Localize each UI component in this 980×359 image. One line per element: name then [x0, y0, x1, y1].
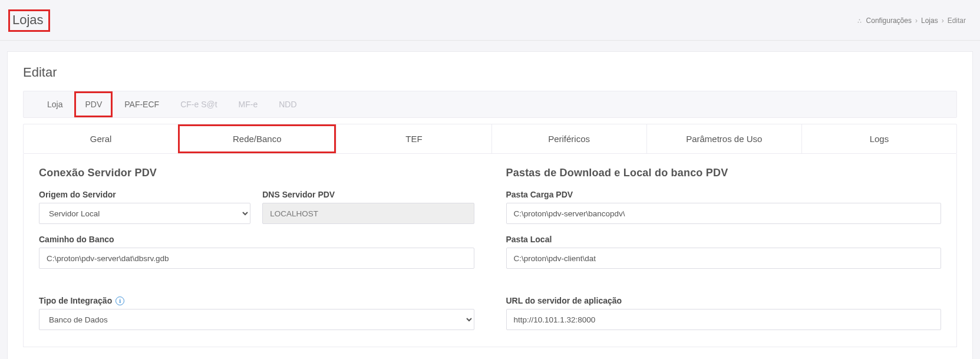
chevron-right-icon: › [942, 17, 944, 25]
page-title: Lojas [8, 9, 50, 32]
input-pasta-carga[interactable] [506, 203, 942, 224]
tab-mfe[interactable]: MF-e [228, 91, 269, 117]
tab-cfesat[interactable]: CF-e S@t [170, 91, 227, 117]
label-pasta-local: Pasta Local [506, 235, 942, 244]
label-tipo-integracao: Tipo de Integração i [39, 296, 474, 305]
input-dns-servidor[interactable] [262, 203, 474, 224]
breadcrumb-lojas[interactable]: Lojas [921, 17, 938, 25]
breadcrumb-leaf: Editar [948, 17, 966, 25]
subtab-perifericos[interactable]: Periféricos [491, 124, 646, 153]
input-url-servidor[interactable] [506, 309, 942, 330]
primary-tabs: Loja PDV PAF-ECF CF-e S@t MF-e NDD [23, 91, 957, 118]
tab-ndd[interactable]: NDD [268, 91, 307, 117]
form-content: Conexão Servidor PDV Origem do Servidor … [23, 154, 957, 347]
label-dns-servidor: DNS Servidor PDV [262, 190, 474, 199]
subtab-geral[interactable]: Geral [24, 124, 178, 153]
section-conexao: Conexão Servidor PDV [39, 167, 474, 179]
tab-loja[interactable]: Loja [37, 91, 73, 117]
subtab-parametros[interactable]: Parâmetros de Uso [646, 124, 801, 153]
tab-pafecf[interactable]: PAF-ECF [114, 91, 170, 117]
input-caminho-banco[interactable] [39, 248, 474, 269]
breadcrumb: ⛬ Configurações › Lojas › Editar [856, 17, 966, 25]
label-origem-servidor: Origem do Servidor [39, 190, 250, 199]
secondary-tabs: Geral Rede/Banco TEF Periféricos Parâmet… [23, 124, 957, 154]
label-url-servidor: URL do servidor de aplicação [506, 296, 942, 305]
subtab-logs[interactable]: Logs [801, 124, 956, 153]
card-title: Editar [23, 65, 957, 80]
breadcrumb-root[interactable]: Configurações [866, 17, 912, 25]
left-column: Conexão Servidor PDV Origem do Servidor … [39, 167, 474, 330]
section-pastas: Pastas de Download e Local do banco PDV [506, 167, 942, 179]
subtab-tef[interactable]: TEF [336, 124, 491, 153]
right-column: Pastas de Download e Local do banco PDV … [506, 167, 942, 330]
subtab-rede-banco[interactable]: Rede/Banco [178, 124, 336, 153]
tab-pdv[interactable]: PDV [74, 91, 113, 117]
info-icon[interactable]: i [116, 297, 124, 305]
label-caminho-banco: Caminho do Banco [39, 235, 474, 244]
chevron-right-icon: › [915, 17, 918, 25]
select-tipo-integracao[interactable]: Banco de Dados [39, 309, 474, 330]
select-origem-servidor[interactable]: Servidor Local [39, 203, 250, 224]
label-pasta-carga: Pasta Carga PDV [506, 190, 942, 199]
edit-card: Editar Loja PDV PAF-ECF CF-e S@t MF-e ND… [7, 51, 973, 359]
top-bar: Lojas ⛬ Configurações › Lojas › Editar [0, 0, 980, 41]
input-pasta-local[interactable] [506, 248, 942, 269]
sitemap-icon: ⛬ [856, 17, 863, 24]
